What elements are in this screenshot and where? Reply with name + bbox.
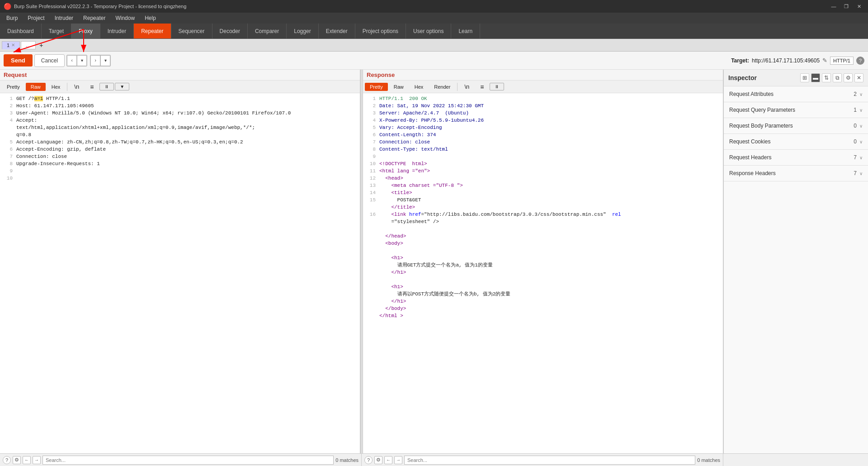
response-search-prev[interactable]: ← [384,456,392,464]
request-tab-special1[interactable]: ⏸ [99,83,114,90]
request-tab-newline[interactable]: \n [69,82,84,91]
main-area: Request Pretty Raw Hex \n ≡ ⏸ ▼ 1GET /?a… [0,70,868,453]
request-panel-header: Request [0,70,360,81]
menu-window[interactable]: Window [111,14,139,22]
menu-help[interactable]: Help [140,14,160,22]
tab-user-options[interactable]: User options [406,24,451,38]
inspector-row-cookies[interactable]: Request Cookies 0 ∨ [724,134,868,150]
request-tab-hex[interactable]: Hex [47,83,66,91]
response-body[interactable]: 1HTTP/1.1 200 OK 2Date: Sat, 19 Nov 2022… [363,93,723,453]
inspector-split-icon[interactable]: ⧉ [833,73,842,82]
toolbar: Send Cancel ‹ ▾ › ▾ Target: http://61.14… [0,52,868,70]
menu-intruder[interactable]: Intruder [50,14,78,22]
inspector-row-response-headers[interactable]: Response Headers 7 ∨ [724,166,868,181]
repeater-tab-1-close[interactable]: ✕ [11,43,15,48]
tab-decoder[interactable]: Decoder [212,24,248,38]
menu-repeater[interactable]: Repeater [79,14,110,22]
response-tab-render[interactable]: Render [429,83,455,91]
request-tab-pretty[interactable]: Pretty [2,83,25,91]
inspector-sort-icon[interactable]: ⇅ [822,73,831,82]
inspector-row-query-parameters[interactable]: Request Query Parameters 1 ∨ [724,102,868,118]
inspector-row-count-cookies: 0 ∨ [854,138,863,145]
inspector-settings-icon[interactable]: ⚙ [844,73,853,82]
request-line-6: 6Accept-Encoding: gzip, deflate [0,146,360,153]
request-search-input[interactable] [42,456,334,465]
response-tab-raw[interactable]: Raw [389,83,409,91]
inspector-row-body-parameters[interactable]: Request Body Parameters 0 ∨ [724,118,868,134]
close-button[interactable]: ✕ [854,2,864,11]
response-tab-hex[interactable]: Hex [410,83,429,91]
inspector-header: Inspector ⊞ ▬ ⇅ ⧉ ⚙ ✕ [724,70,868,86]
nav-next-button[interactable]: › [90,55,100,66]
response-panel: Response Pretty Raw Hex Render \n ≡ ⏸ 1H… [363,70,723,453]
request-body[interactable]: 1GET /?a=1 HTTP/1.1 2Host: 61.147.171.10… [0,93,360,453]
request-tab-special2[interactable]: ▼ [115,83,129,90]
toolbar-help-icon[interactable]: ? [856,57,864,65]
response-search-input[interactable] [404,456,695,465]
response-line-10: 10<!DOCTYPE html> [363,160,723,167]
tab-intruder[interactable]: Intruder [100,24,134,38]
response-settings-icon[interactable]: ⚙ [374,456,382,464]
request-search-next[interactable]: → [33,456,41,464]
target-label: Target: [731,57,749,64]
tab-learn[interactable]: Learn [451,24,480,38]
nav-next-dropdown[interactable]: ▾ [100,55,110,66]
menu-burp[interactable]: Burp [2,14,22,22]
response-line-26: </body> [363,305,723,312]
request-help-icon[interactable]: ? [3,456,11,464]
inspector-close-icon[interactable]: ✕ [854,73,863,82]
inspector-panel: Inspector ⊞ ▬ ⇅ ⧉ ⚙ ✕ Request Attributes… [723,70,868,453]
tab-extender[interactable]: Extender [319,24,355,38]
tab-sequencer[interactable]: Sequencer [171,24,212,38]
request-line-7: 7Connection: close [0,153,360,160]
tab-project-options[interactable]: Project options [355,24,406,38]
inspector-row-label-request-attributes: Request Attributes [729,91,774,97]
repeater-tab-1-label: 1 [7,43,9,48]
inspector-row-count-query-parameters: 1 ∨ [854,107,863,113]
request-search-prev[interactable]: ← [23,456,31,464]
app-icon: 🔴 [4,3,11,10]
repeater-add-button[interactable]: + [37,42,46,49]
nav-prev-dropdown[interactable]: ▾ [77,55,87,66]
inspector-row-request-attributes[interactable]: Request Attributes 2 ∨ [724,86,868,102]
request-settings-icon[interactable]: ⚙ [13,456,21,464]
inspector-row-request-headers[interactable]: Request Headers 7 ∨ [724,150,868,166]
inspector-row-count-body-parameters: 0 ∨ [854,123,863,129]
response-line-4: 4X-Powered-By: PHP/5.5.9-1ubuntu4.26 [363,117,723,124]
nav-prev-button[interactable]: ‹ [67,55,77,66]
response-tab-sep1 [457,83,458,91]
request-tab-raw[interactable]: Raw [26,83,46,91]
edit-icon[interactable]: ✎ [822,57,827,64]
response-line-15: 15 POST&GET [363,196,723,204]
response-tab-menu[interactable]: ≡ [475,82,489,92]
tab-proxy[interactable]: Proxy [71,24,100,38]
send-button[interactable]: Send [4,54,33,67]
response-help-icon[interactable]: ? [364,456,373,464]
response-tab-newline[interactable]: \n [459,82,474,91]
minimize-button[interactable]: — [828,2,839,11]
response-line-19: <body> [363,240,723,247]
request-tab-menu[interactable]: ≡ [85,82,99,92]
http-version[interactable]: HTTP/1 [830,57,854,65]
inspector-layout-1[interactable]: ⊞ [800,73,809,82]
maximize-button[interactable]: ❐ [841,2,852,11]
request-line-4c: q=0.8 [0,131,360,138]
repeater-tab-1[interactable]: 1 ✕ [2,41,20,49]
response-line-5: 5Vary: Accept-Encoding [363,124,723,131]
request-title: Request [4,71,27,78]
cancel-button[interactable]: Cancel [34,54,65,67]
tab-comparer[interactable]: Comparer [248,24,287,38]
response-tab-pretty[interactable]: Pretty [365,83,388,91]
tab-repeater[interactable]: Repeater [134,24,171,38]
response-tab-special1[interactable]: ⏸ [490,83,504,90]
response-line-16b: ="stylesheet" /> [363,218,723,225]
inspector-title: Inspector [728,74,757,81]
repeater-tab-add[interactable]: … [21,41,36,49]
tab-logger[interactable]: Logger [287,24,318,38]
menu-project[interactable]: Project [23,14,49,22]
inspector-layout-2[interactable]: ▬ [811,73,820,82]
inspector-row-label-cookies: Request Cookies [729,138,770,145]
tab-target[interactable]: Target [42,24,71,38]
response-search-next[interactable]: → [394,456,402,464]
tab-dashboard[interactable]: Dashboard [0,24,42,38]
